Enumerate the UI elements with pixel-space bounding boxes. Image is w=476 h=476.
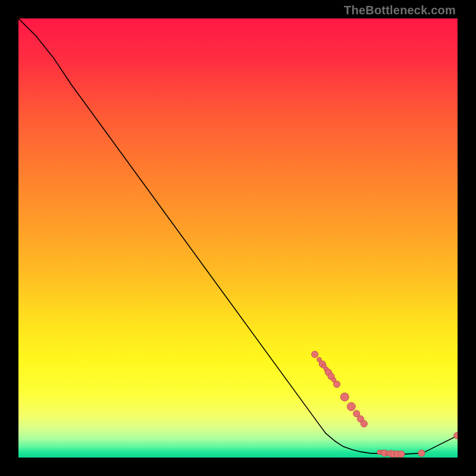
data-point [347, 402, 355, 411]
data-point [418, 450, 425, 456]
plot-area [18, 18, 458, 458]
data-point [312, 351, 318, 358]
curve-layer [18, 18, 458, 458]
data-point [398, 451, 405, 458]
chart-frame: TheBottleneck.com [0, 0, 476, 476]
data-points [312, 351, 458, 458]
attribution-watermark: TheBottleneck.com [344, 4, 456, 17]
data-point [361, 421, 367, 427]
data-point [340, 393, 349, 401]
data-point [333, 381, 340, 387]
bottleneck-curve [18, 18, 458, 454]
data-point [454, 433, 458, 439]
